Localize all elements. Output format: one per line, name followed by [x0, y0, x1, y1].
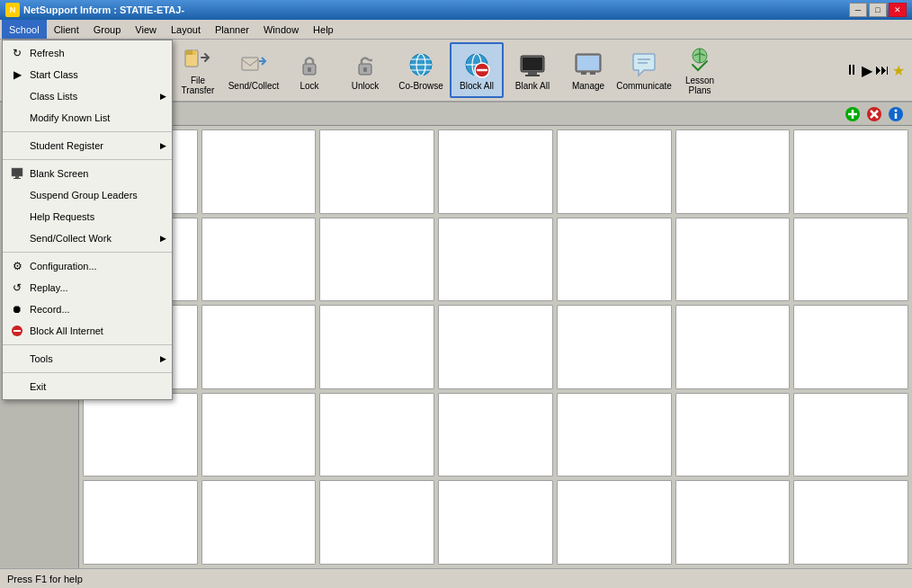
block-all-icon	[462, 50, 491, 79]
toolbar-unlock-button[interactable]: Unlock	[338, 42, 392, 98]
thumbnail[interactable]	[438, 305, 553, 389]
thumbnail[interactable]	[675, 305, 791, 389]
thumbnail[interactable]	[675, 480, 791, 565]
menu-item-blank-screen[interactable]: Blank Screen	[3, 163, 172, 184]
menu-school[interactable]: School	[2, 20, 47, 39]
remove-button[interactable]	[865, 105, 883, 123]
separator-5	[3, 372, 172, 373]
thumbnail[interactable]	[438, 480, 553, 565]
thumbnail[interactable]	[557, 218, 672, 302]
star-button[interactable]: ★	[892, 62, 905, 79]
record-icon: ⏺	[10, 302, 24, 316]
menu-item-modify-known-list[interactable]: Modify Known List	[3, 107, 172, 129]
menu-planner[interactable]: Planner	[208, 20, 256, 39]
thumbnail[interactable]	[319, 129, 434, 214]
separator-2	[3, 159, 172, 160]
svg-rect-37	[590, 72, 595, 75]
menu-window[interactable]: Window	[256, 20, 306, 39]
thumbnail[interactable]	[83, 480, 198, 565]
content-toolbar: Softpedia : 0	[79, 102, 912, 126]
menu-item-block-all-internet[interactable]: Block All Internet	[3, 320, 172, 342]
thumbnail[interactable]	[438, 393, 553, 477]
thumbnail[interactable]	[201, 393, 317, 477]
thumbnail[interactable]	[557, 305, 672, 389]
blank-screen-icon	[10, 166, 24, 181]
thumbnail[interactable]	[793, 129, 908, 214]
menu-help[interactable]: Help	[306, 20, 341, 39]
thumbnail[interactable]	[675, 218, 791, 302]
info-button[interactable]	[887, 105, 905, 123]
menu-item-exit[interactable]: Exit	[3, 376, 172, 397]
toolbar-lock-button[interactable]: Lock	[282, 42, 336, 98]
toolbar-blank-all-button[interactable]: Blank All	[505, 42, 559, 98]
toolbar-co-browse-button[interactable]: Co-Browse	[394, 42, 448, 98]
minimize-button[interactable]: ─	[849, 3, 867, 17]
menu-item-start-class[interactable]: ▶ Start Class	[3, 64, 172, 85]
suspend-group-leaders-icon	[10, 188, 24, 202]
svg-rect-66	[12, 168, 22, 176]
toolbar-file-transfer-button[interactable]: File Transfer	[171, 42, 225, 98]
thumbnail[interactable]	[319, 218, 434, 302]
menu-item-help-requests[interactable]: Help Requests	[3, 206, 172, 227]
thumbnail[interactable]	[319, 480, 434, 565]
thumbnail[interactable]	[83, 393, 198, 477]
play-button[interactable]: ▶	[862, 62, 872, 79]
next-button[interactable]: ⏭	[875, 62, 890, 78]
svg-rect-32	[528, 72, 537, 75]
send-collect-work-icon	[10, 231, 24, 245]
thumbnail[interactable]	[557, 393, 672, 477]
thumbnail[interactable]	[675, 393, 791, 477]
unlock-icon	[351, 50, 380, 79]
thumbnail[interactable]	[557, 129, 672, 214]
content-area: Softpedia : 0	[79, 102, 912, 568]
menu-item-tools[interactable]: Tools	[3, 348, 172, 370]
thumbnail[interactable]	[793, 305, 908, 389]
toolbar-communicate-button[interactable]: Communicate	[617, 42, 671, 98]
thumbnail[interactable]	[438, 218, 553, 302]
class-lists-icon	[10, 89, 24, 103]
menu-item-refresh[interactable]: ↻ Refresh	[3, 42, 172, 64]
menu-group[interactable]: Group	[86, 20, 129, 39]
thumbnail[interactable]	[201, 305, 317, 389]
thumbnail[interactable]	[793, 480, 908, 565]
menu-item-student-register[interactable]: Student Register	[3, 135, 172, 156]
svg-rect-35	[577, 56, 599, 70]
close-button[interactable]: ✕	[889, 3, 907, 17]
menu-client[interactable]: Client	[47, 20, 86, 39]
thumbnail[interactable]	[201, 480, 317, 565]
menu-view[interactable]: View	[128, 20, 164, 39]
thumbnail[interactable]	[201, 129, 317, 214]
replay-icon: ↺	[10, 281, 24, 295]
menu-layout[interactable]: Layout	[164, 20, 208, 39]
thumbnail[interactable]	[319, 305, 434, 389]
thumbnail[interactable]	[319, 393, 434, 477]
add-button[interactable]	[844, 105, 862, 123]
toolbar-lesson-plans-button[interactable]: Lesson Plans	[673, 42, 727, 98]
menu-item-class-lists[interactable]: Class Lists	[3, 85, 172, 107]
thumbnail[interactable]	[675, 129, 791, 214]
thumbnail[interactable]	[438, 129, 553, 214]
menu-item-record[interactable]: ⏺ Record...	[3, 298, 172, 320]
menu-bar: School Client Group View Layout Planner …	[0, 20, 912, 40]
send-collect-icon	[239, 50, 268, 79]
svg-rect-13	[185, 50, 192, 55]
thumbnail[interactable]	[793, 218, 908, 302]
co-browse-icon	[407, 50, 435, 79]
thumbnail[interactable]	[201, 218, 317, 302]
toolbar-block-all-button[interactable]: Block All	[450, 42, 504, 98]
modify-known-list-icon	[10, 111, 24, 125]
menu-item-configuration[interactable]: ⚙ Configuration...	[3, 255, 172, 277]
communicate-icon	[630, 50, 658, 79]
menu-item-suspend-group-leaders[interactable]: Suspend Group Leaders	[3, 184, 172, 206]
toolbar-manage-button[interactable]: Manage	[561, 42, 615, 98]
manage-icon	[574, 50, 603, 79]
maximize-button[interactable]: □	[869, 3, 887, 17]
menu-item-replay[interactable]: ↺ Replay...	[3, 277, 172, 298]
toolbar-send-collect-button[interactable]: Send/Collect	[227, 42, 281, 98]
svg-rect-17	[308, 67, 311, 72]
pause-button[interactable]: ⏸	[845, 62, 859, 78]
app-icon: N	[5, 3, 20, 17]
menu-item-send-collect-work[interactable]: Send/Collect Work	[3, 227, 172, 249]
thumbnail[interactable]	[557, 480, 672, 565]
thumbnail[interactable]	[793, 393, 908, 477]
